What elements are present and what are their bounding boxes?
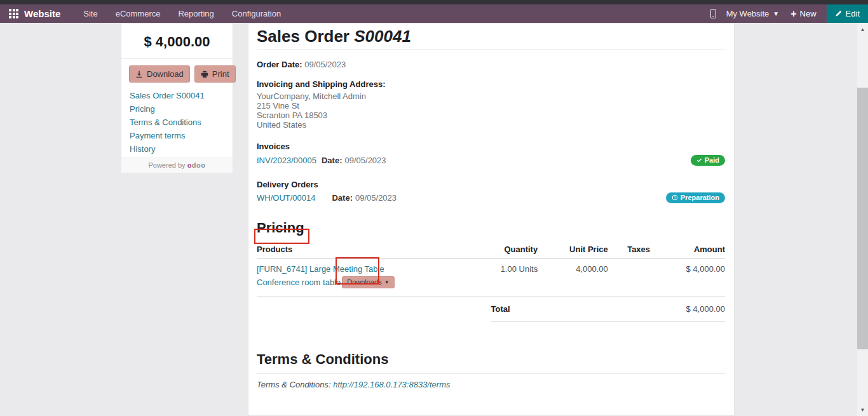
nav-menu-ecommerce[interactable]: eCommerce xyxy=(107,4,170,23)
pricing-row: [FURN_6741] Large Meeting Table Conferen… xyxy=(257,259,725,297)
address-heading: Invoicing and Shipping Address: xyxy=(257,79,725,89)
sidebar-nav-links: Sales Order S00041 Pricing Terms & Condi… xyxy=(121,85,233,158)
edit-button[interactable]: Edit xyxy=(827,4,868,23)
order-summary-sidebar: $ 4,000.00 Download Print Sales Order S0… xyxy=(121,23,233,169)
mobile-preview-icon[interactable] xyxy=(710,9,716,18)
delivery-orders-heading: Delivery Orders xyxy=(257,180,725,189)
sales-order-document: Sales Order S00041 Order Date: 09/05/202… xyxy=(248,23,735,416)
delivery-date: 09/05/2023 xyxy=(355,193,397,203)
terms-heading: Terms & Conditions xyxy=(257,351,725,374)
product-cell: [FURN_6741] Large Meeting Table Conferen… xyxy=(257,259,463,297)
pricing-heading: Pricing xyxy=(257,220,725,236)
taxes-cell xyxy=(608,259,650,297)
nav-menu-configuration[interactable]: Configuration xyxy=(223,4,290,23)
order-total-amount: $ 4,000.00 xyxy=(121,23,233,59)
apps-grid-icon[interactable] xyxy=(9,9,18,18)
sidebar-link-history[interactable]: History xyxy=(130,145,233,154)
download-icon xyxy=(135,70,143,78)
chevron-down-icon: ▼ xyxy=(384,279,390,285)
invoice-date: 09/05/2023 xyxy=(344,156,386,165)
column-unit-price: Unit Price xyxy=(538,242,608,259)
invoice-row: INV/2023/00005 Date: 09/05/2023 Paid xyxy=(257,155,725,166)
new-button[interactable]: + New xyxy=(790,9,816,19)
address-line: YourCompany, Mitchell Admin xyxy=(257,91,725,101)
scrollbar: ▲ ▼ xyxy=(857,23,868,416)
nav-menu-site[interactable]: Site xyxy=(74,4,106,23)
terms-url-link[interactable]: http://192.168.0.173:8833/terms xyxy=(333,380,450,389)
navbar-left: Website Site eCommerce Reporting Configu… xyxy=(0,4,290,23)
nav-menu-reporting[interactable]: Reporting xyxy=(169,4,222,23)
sidebar-link-pricing[interactable]: Pricing xyxy=(130,105,233,114)
pricing-table: Products Quantity Unit Price Taxes Amoun… xyxy=(257,242,725,297)
terms-line: Terms & Conditions: http://192.168.0.173… xyxy=(257,380,725,389)
quantity-cell: 1.00 Units xyxy=(463,259,538,297)
column-quantity: Quantity xyxy=(463,242,538,259)
product-description-link[interactable]: Conference room table xyxy=(257,278,341,288)
paid-status-badge: Paid xyxy=(691,155,725,166)
sidebar-buttons: Download Print xyxy=(121,59,233,85)
plus-icon: + xyxy=(790,9,796,19)
address-line: Scranton PA 18503 xyxy=(257,111,725,120)
navbar-right: My Website ▼ + New Edit xyxy=(710,4,868,23)
print-icon xyxy=(201,70,208,78)
preparation-status-badge: Preparation xyxy=(666,192,725,203)
unit-price-cell: 4,000.00 xyxy=(538,259,608,297)
column-taxes: Taxes xyxy=(608,242,650,259)
odoo-logo: odoo xyxy=(187,161,206,169)
order-reference: S00041 xyxy=(354,27,411,46)
sidebar-link-sales-order[interactable]: Sales Order S00041 xyxy=(130,91,233,100)
address-block: YourCompany, Mitchell Admin 215 Vine St … xyxy=(257,91,725,130)
invoice-link[interactable]: INV/2023/00005 xyxy=(257,156,316,165)
page-title: Sales Order S00041 xyxy=(257,27,725,50)
product-link[interactable]: [FURN_6741] Large Meeting Table xyxy=(257,264,384,274)
column-amount: Amount xyxy=(650,242,725,259)
print-button[interactable]: Print xyxy=(194,65,236,83)
check-icon xyxy=(696,158,702,163)
download-button[interactable]: Download xyxy=(129,65,190,83)
total-value: $ 4,000.00 xyxy=(686,304,725,314)
total-row: Total $ 4,000.00 xyxy=(491,297,726,322)
order-date-value: 09/05/2023 xyxy=(304,60,346,69)
scrollbar-thumb[interactable] xyxy=(857,88,868,349)
brand-website[interactable]: Website xyxy=(24,8,60,19)
column-products: Products xyxy=(257,242,463,259)
page: Website Site eCommerce Reporting Configu… xyxy=(0,0,868,416)
address-line: 215 Vine St xyxy=(257,101,725,111)
my-website-dropdown[interactable]: My Website ▼ xyxy=(726,9,780,18)
address-line: United States xyxy=(257,120,725,130)
invoices-heading: Invoices xyxy=(257,142,725,151)
scroll-down-arrow[interactable]: ▼ xyxy=(857,405,868,415)
scroll-up-arrow[interactable]: ▲ xyxy=(857,24,868,34)
sidebar-link-payment-terms[interactable]: Payment terms xyxy=(130,131,233,140)
browser-top-strip xyxy=(0,0,868,4)
delivery-link[interactable]: WH/OUT/00014 xyxy=(257,193,315,203)
powered-by-odoo: Powered by odoo xyxy=(121,158,233,173)
clock-icon xyxy=(672,194,678,201)
order-date-row: Order Date: 09/05/2023 xyxy=(257,60,725,69)
delivery-row: WH/OUT/00014 Date: 09/05/2023 Preparatio… xyxy=(257,192,725,203)
pencil-icon xyxy=(835,10,842,17)
navbar: Website Site eCommerce Reporting Configu… xyxy=(0,4,868,23)
pricing-header-row: Products Quantity Unit Price Taxes Amoun… xyxy=(257,242,725,259)
amount-cell: $ 4,000.00 xyxy=(650,259,725,297)
sidebar-link-terms[interactable]: Terms & Conditions xyxy=(130,118,233,127)
chevron-down-icon: ▼ xyxy=(773,10,779,17)
total-label: Total xyxy=(491,304,510,314)
downloads-dropdown-button[interactable]: Downloads ▼ xyxy=(342,276,394,288)
